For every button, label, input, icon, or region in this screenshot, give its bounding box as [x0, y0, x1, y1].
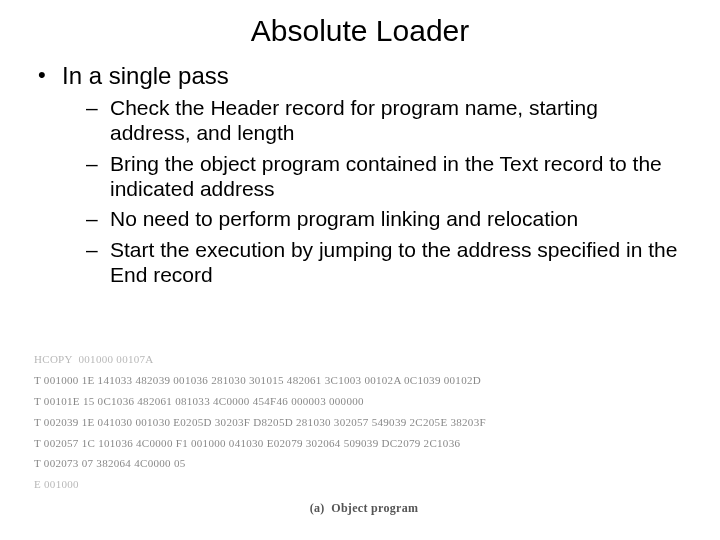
bullet-list-level2: Check the Header record for program name…	[62, 96, 682, 287]
slide-body: In a single pass Check the Header record…	[0, 62, 720, 288]
object-program-caption: (a) Object program	[34, 497, 694, 520]
bullet-subtext: Check the Header record for program name…	[110, 96, 598, 144]
object-program-line: T 002073 07 382064 4C0000 05	[34, 453, 694, 474]
bullet-subitem: No need to perform program linking and r…	[86, 207, 682, 232]
bullet-subtext: No need to perform program linking and r…	[110, 207, 578, 230]
object-program-line: T 002039 1E 041030 001030 E0205D 30203F …	[34, 412, 694, 433]
bullet-subitem: Start the execution by jumping to the ad…	[86, 238, 682, 288]
bullet-subtext: Start the execution by jumping to the ad…	[110, 238, 677, 286]
object-program-line: HCOPY 001000 00107A	[34, 349, 694, 370]
object-program-line: T 00101E 15 0C1036 482061 081033 4C0000 …	[34, 391, 694, 412]
bullet-subitem: Bring the object program contained in th…	[86, 152, 682, 202]
caption-text: Object program	[331, 501, 418, 515]
caption-label: (a)	[310, 501, 325, 515]
bullet-subitem: Check the Header record for program name…	[86, 96, 682, 146]
slide-title: Absolute Loader	[0, 0, 720, 56]
object-program-line: T 002057 1C 101036 4C0000 F1 001000 0410…	[34, 433, 694, 454]
bullet-item: In a single pass Check the Header record…	[38, 62, 682, 288]
object-program-line: E 001000	[34, 474, 694, 495]
bullet-text: In a single pass	[62, 62, 229, 89]
object-program-line: T 001000 1E 141033 482039 001036 281030 …	[34, 370, 694, 391]
slide: Absolute Loader In a single pass Check t…	[0, 0, 720, 540]
object-program-block: HCOPY 001000 00107A T 001000 1E 141033 4…	[34, 349, 694, 520]
bullet-list-level1: In a single pass Check the Header record…	[38, 62, 682, 288]
bullet-subtext: Bring the object program contained in th…	[110, 152, 662, 200]
